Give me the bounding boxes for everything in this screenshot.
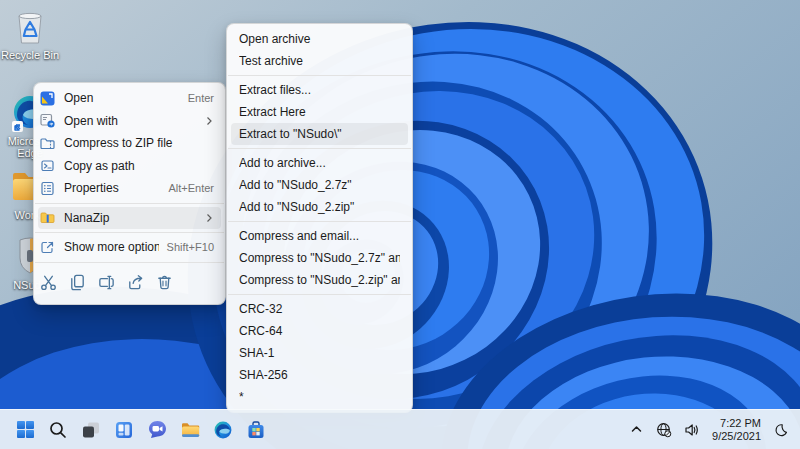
system-tray: 7:22 PM 9/25/2021	[625, 417, 800, 443]
clock-date: 9/25/2021	[712, 430, 761, 443]
submenu-item[interactable]: Add to archive...	[231, 152, 408, 174]
recycle-bin-icon	[10, 6, 50, 46]
submenu-item-extract-to[interactable]: Extract to "NSudo\"	[231, 123, 408, 145]
menu-item-shortcut: Shift+F10	[167, 241, 214, 253]
chevron-right-icon	[204, 116, 214, 126]
taskbar-clock[interactable]: 7:22 PM 9/25/2021	[709, 417, 764, 443]
submenu-item[interactable]: CRC-32	[231, 298, 408, 320]
submenu-item[interactable]: Extract files...	[231, 79, 408, 101]
copy-button[interactable]	[64, 270, 90, 296]
widgets-button[interactable]	[111, 417, 137, 443]
globe-network-icon	[656, 422, 672, 438]
widgets-icon	[114, 420, 134, 440]
menu-item-label: NanaZip	[64, 211, 196, 225]
submenu-item[interactable]: SHA-256	[231, 364, 408, 386]
menu-item-label: Copy as path	[64, 159, 214, 173]
network-button[interactable]	[653, 417, 675, 443]
submenu-item[interactable]: Compress and email...	[231, 225, 408, 247]
task-view-icon	[81, 420, 101, 440]
submenu-item[interactable]: CRC-64	[231, 320, 408, 342]
shortcut-overlay-arrow	[12, 121, 23, 132]
menu-item-label: Properties	[64, 181, 160, 195]
menu-item-label: Open with	[64, 114, 196, 128]
tray-overflow-button[interactable]	[625, 417, 647, 443]
focus-assist-button[interactable]	[770, 417, 792, 443]
nsudo-app-icon	[39, 90, 55, 106]
context-menu: Open Enter Open with Compress to ZIP fil…	[33, 82, 226, 305]
properties-icon	[39, 180, 55, 196]
menu-item-copy-as-path[interactable]: Copy as path	[38, 155, 221, 178]
menu-separator	[35, 262, 224, 263]
show-more-options-icon	[39, 239, 55, 255]
share-icon	[126, 273, 145, 292]
start-button[interactable]	[12, 417, 38, 443]
file-explorer-button[interactable]	[177, 417, 203, 443]
menu-item-show-more-options[interactable]: Show more options Shift+F10	[38, 236, 221, 259]
copy-icon	[68, 273, 87, 292]
submenu-item[interactable]: Add to "NSudo_2.zip"	[231, 196, 408, 218]
menu-item-label: Compress to ZIP file	[64, 136, 214, 150]
menu-separator	[228, 148, 411, 149]
menu-separator	[228, 75, 411, 76]
menu-item-label: Show more options	[64, 240, 159, 254]
speaker-icon	[684, 422, 700, 438]
submenu-item[interactable]: *	[231, 386, 408, 408]
scissors-icon	[39, 273, 58, 292]
submenu-item[interactable]: Test archive	[231, 50, 408, 72]
search-icon	[48, 420, 68, 440]
submenu-item[interactable]: Compress to "NSudo_2.zip" and email	[231, 269, 408, 291]
share-button[interactable]	[122, 270, 148, 296]
submenu-item[interactable]: SHA-1	[231, 342, 408, 364]
menu-item-open-with[interactable]: Open with	[38, 110, 221, 133]
nanazip-icon	[39, 210, 55, 226]
submenu-item[interactable]: Compress to "NSudo_2.7z" and email	[231, 247, 408, 269]
menu-item-compress-to-zip[interactable]: Compress to ZIP file	[38, 132, 221, 155]
menu-item-open[interactable]: Open Enter	[38, 87, 221, 110]
delete-button[interactable]	[151, 270, 177, 296]
desktop-icon-recycle-bin[interactable]: Recycle Bin	[0, 6, 60, 61]
rename-button[interactable]	[93, 270, 119, 296]
menu-separator	[35, 203, 224, 204]
store-button[interactable]	[243, 417, 269, 443]
chevron-right-icon	[204, 213, 214, 223]
nanazip-submenu: Open archive Test archive Extract files.…	[226, 23, 413, 413]
moon-icon	[774, 423, 788, 437]
volume-button[interactable]	[681, 417, 703, 443]
desktop-icon-label: Recycle Bin	[0, 49, 60, 61]
task-view-button[interactable]	[78, 417, 104, 443]
open-with-icon	[39, 113, 55, 129]
file-explorer-icon	[180, 420, 201, 440]
menu-separator	[35, 232, 224, 233]
trash-icon	[155, 273, 174, 292]
quick-actions-row	[34, 266, 225, 300]
menu-item-shortcut: Enter	[188, 92, 214, 104]
menu-item-shortcut: Alt+Enter	[168, 182, 214, 194]
submenu-item[interactable]: Add to "NSudo_2.7z"	[231, 174, 408, 196]
clock-time: 7:22 PM	[712, 417, 761, 430]
rename-icon	[97, 273, 116, 292]
menu-item-nanazip[interactable]: NanaZip	[38, 207, 221, 230]
taskbar: 7:22 PM 9/25/2021	[0, 409, 800, 449]
store-icon	[246, 420, 266, 440]
menu-separator	[228, 221, 411, 222]
taskbar-buttons	[0, 417, 269, 443]
search-button[interactable]	[45, 417, 71, 443]
edge-icon	[213, 420, 233, 440]
windows-logo-icon	[15, 419, 36, 440]
edge-button[interactable]	[210, 417, 236, 443]
chevron-up-icon	[630, 423, 643, 436]
zip-folder-icon	[39, 135, 55, 151]
chat-icon	[147, 419, 168, 440]
copy-as-path-icon	[39, 158, 55, 174]
menu-separator	[228, 294, 411, 295]
submenu-item[interactable]: Extract Here	[231, 101, 408, 123]
cut-button[interactable]	[35, 270, 61, 296]
menu-item-properties[interactable]: Properties Alt+Enter	[38, 177, 221, 200]
menu-item-label: Open	[64, 91, 180, 105]
submenu-item[interactable]: Open archive	[231, 28, 408, 50]
chat-button[interactable]	[144, 417, 170, 443]
